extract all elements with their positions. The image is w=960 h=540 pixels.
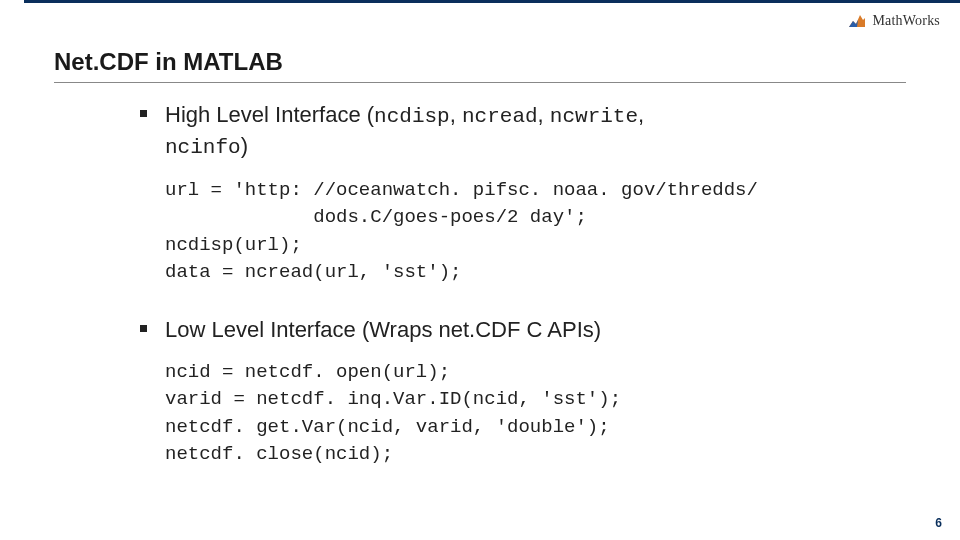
code-ncinfo: ncinfo xyxy=(165,136,241,159)
bullet-marker xyxy=(140,110,147,117)
mathworks-icon xyxy=(848,12,866,30)
b1-prefix: High Level Interface ( xyxy=(165,102,374,127)
code-ncread: ncread xyxy=(462,105,538,128)
bullet-text-2: Low Level Interface (Wraps net.CDF C API… xyxy=(165,315,601,345)
title-underline xyxy=(54,82,906,83)
code-ncwrite: ncwrite xyxy=(550,105,638,128)
code-ncdisp: ncdisp xyxy=(374,105,450,128)
bullet-low-level: Low Level Interface (Wraps net.CDF C API… xyxy=(140,315,900,345)
brand-name: MathWorks xyxy=(872,13,940,29)
b1-suffix: ) xyxy=(241,133,248,158)
bullet-text-1: High Level Interface (ncdisp, ncread, nc… xyxy=(165,100,644,163)
top-accent-bar xyxy=(24,0,960,3)
slide-title: Net.CDF in MATLAB xyxy=(54,48,283,76)
slide-content: High Level Interface (ncdisp, ncread, nc… xyxy=(140,100,900,497)
code-block-high-level: url = 'http: //oceanwatch. pifsc. noaa. … xyxy=(165,177,900,287)
bullet-high-level: High Level Interface (ncdisp, ncread, nc… xyxy=(140,100,900,163)
brand-logo: MathWorks xyxy=(848,12,940,30)
bullet-marker xyxy=(140,325,147,332)
code-block-low-level: ncid = netcdf. open(url); varid = netcdf… xyxy=(165,359,900,469)
page-number: 6 xyxy=(935,516,942,530)
